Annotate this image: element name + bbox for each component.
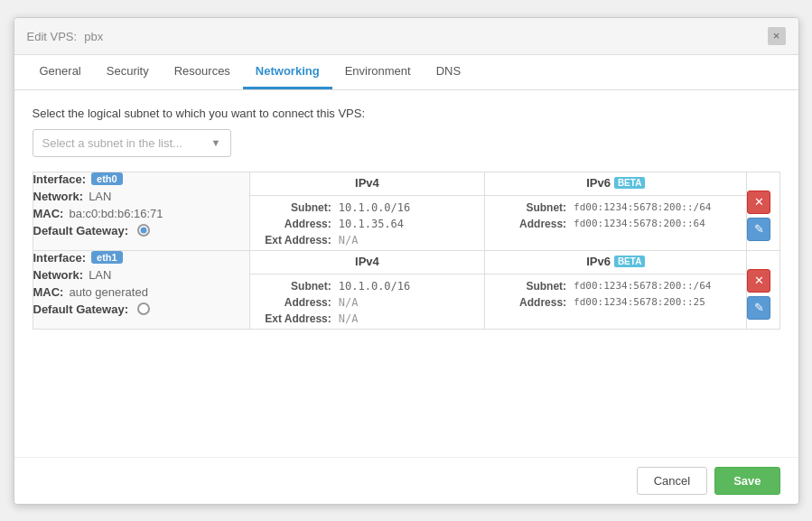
ipv6-address-label: Address:	[485, 218, 566, 230]
dropdown-arrow-icon: ▼	[211, 137, 221, 148]
tab-security[interactable]: Security	[94, 55, 162, 89]
network-label: Network:	[33, 190, 84, 203]
ipv4-ext-address-eth0: N/A	[339, 234, 359, 247]
save-button[interactable]: Save	[714, 467, 779, 495]
network-label-eth1: Network:	[33, 268, 84, 282]
beta-badge: BETA	[614, 177, 645, 189]
table-row: Interface: eth0 Network: LAN MAC: ba:c0:…	[33, 172, 779, 250]
ipv4-address-eth0: 10.1.35.64	[339, 218, 404, 230]
cancel-button[interactable]: Cancel	[637, 467, 707, 495]
interface-label: Interface:	[33, 172, 87, 186]
subnet-dropdown[interactable]: Select a subnet in the list... ▼	[33, 129, 231, 157]
interface-label-eth1: Interface:	[33, 251, 87, 265]
ipv6-address-eth0: fd00:1234:5678:200::64	[574, 218, 705, 229]
actions-cell-eth1: ✕ ✎	[747, 250, 779, 329]
subnet-select-label: Select the logical subnet to which you w…	[33, 107, 780, 120]
tab-general[interactable]: General	[27, 55, 94, 89]
ipv6-section-eth0: IPv6 BETA Subnet: fd00:1234:5678:200::/6…	[485, 172, 747, 250]
dialog-title-text: Edit VPS:	[27, 30, 78, 43]
gateway-label-eth1: Default Gateway:	[33, 302, 128, 316]
ipv6-subnet-eth1: fd00:1234:5678:200::/64	[574, 280, 711, 292]
gateway-radio-eth1[interactable]	[137, 302, 150, 315]
ipv4-header: IPv4	[355, 176, 379, 190]
ipv4-ext-address-eth1: N/A	[339, 312, 359, 325]
delete-button-eth1[interactable]: ✕	[747, 269, 770, 293]
edit-vps-dialog: Edit VPS: pbx × General Security Resourc…	[14, 17, 799, 505]
network-value-eth0: LAN	[89, 190, 111, 203]
address-label: Address:	[250, 218, 331, 230]
network-value-eth1: LAN	[89, 268, 111, 282]
ipv6-subnet-eth0: fd00:1234:5678:200::/64	[574, 201, 711, 213]
ipv4-header-eth1: IPv4	[355, 255, 379, 268]
gateway-label: Default Gateway:	[33, 224, 128, 237]
interface-badge-eth0: eth0	[91, 172, 123, 185]
ipv4-address-label-eth1: Address:	[250, 296, 331, 309]
interface-cell-eth1: Interface: eth1 Network: LAN MAC: auto g…	[33, 250, 249, 329]
ipv4-subnet-eth0: 10.1.0.0/16	[339, 201, 410, 214]
beta-badge-eth1: BETA	[614, 256, 645, 267]
mac-value-eth1: auto generated	[69, 285, 147, 299]
mac-label-eth1: MAC:	[33, 285, 64, 299]
ipv4-subnet-eth1: 10.1.0.0/16	[339, 280, 410, 293]
ipv6-subnet-label-eth1: Subnet:	[485, 280, 566, 293]
actions-cell-eth0: ✕ ✎	[747, 172, 779, 250]
interface-badge-eth1: eth1	[91, 251, 123, 264]
tab-bar: General Security Resources Networking En…	[14, 55, 798, 90]
delete-button-eth0[interactable]: ✕	[747, 191, 770, 214]
mac-label: MAC:	[33, 207, 64, 220]
ipv6-header: IPv6	[586, 176, 611, 190]
ipv6-section-eth1: IPv6 BETA Subnet: fd00:1234:5678:200::/6…	[485, 250, 747, 329]
mac-value-eth0: ba:c0:bd:b6:16:71	[69, 207, 163, 220]
ipv4-ext-address-label-eth1: Ext Address:	[250, 312, 331, 325]
ipv4-subnet-label-eth1: Subnet:	[250, 280, 331, 293]
edit-button-eth0[interactable]: ✎	[747, 218, 770, 241]
close-button[interactable]: ×	[768, 27, 786, 45]
ipv6-subnet-label: Subnet:	[485, 201, 566, 214]
subnet-placeholder: Select a subnet in the list...	[42, 136, 182, 150]
ipv6-header-eth1: IPv6	[586, 255, 611, 268]
dialog-footer: Cancel Save	[14, 457, 798, 504]
ipv4-section-eth0: IPv4 Subnet: 10.1.0.0/16 Address: 10.1.3…	[249, 172, 484, 250]
subnet-label: Subnet:	[250, 201, 331, 214]
ipv4-section-eth1: IPv4 Subnet: 10.1.0.0/16 Address: N/A Ex…	[249, 250, 484, 329]
ipv6-address-label-eth1: Address:	[485, 296, 566, 309]
dialog-body: Select the logical subnet to which you w…	[14, 90, 798, 346]
edit-button-eth1[interactable]: ✎	[747, 296, 770, 320]
network-interfaces-table: Interface: eth0 Network: LAN MAC: ba:c0:…	[33, 172, 780, 330]
interface-cell-eth0: Interface: eth0 Network: LAN MAC: ba:c0:…	[33, 172, 249, 250]
dialog-header: Edit VPS: pbx ×	[14, 18, 798, 55]
ipv4-address-eth1: N/A	[339, 296, 359, 309]
tab-resources[interactable]: Resources	[162, 55, 243, 89]
table-row: Interface: eth1 Network: LAN MAC: auto g…	[33, 250, 779, 329]
dialog-subtitle: pbx	[84, 30, 103, 43]
ext-address-label: Ext Address:	[250, 234, 331, 247]
dialog-title: Edit VPS: pbx	[27, 28, 104, 43]
gateway-radio-eth0[interactable]	[137, 224, 150, 237]
ipv6-address-eth1: fd00:1234:5678:200::25	[574, 296, 705, 308]
tab-dns[interactable]: DNS	[424, 55, 473, 89]
tab-environment[interactable]: Environment	[332, 55, 424, 89]
tab-networking[interactable]: Networking	[243, 55, 332, 89]
